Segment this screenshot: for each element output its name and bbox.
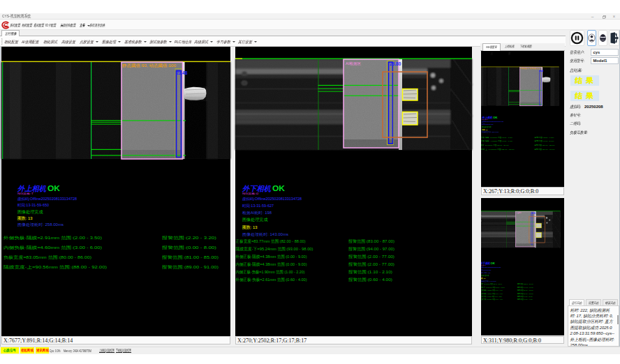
pause-button[interactable] xyxy=(570,30,584,46)
toolbar-grip xyxy=(1,38,3,45)
title-bar xyxy=(0,13,620,20)
mini-tab-upper-camera-view[interactable]: 上相机视图 xyxy=(502,43,517,51)
close-button[interactable]: × xyxy=(610,13,619,20)
toolbar-item-camera-debug[interactable]: 相机调试 xyxy=(43,38,59,46)
negative-tab-count-label: 负极耳数量: xyxy=(570,130,591,136)
app-logo-icon xyxy=(1,20,10,30)
mini-tab-lower-camera-view[interactable]: 下相机视图 xyxy=(518,43,534,51)
login-user-field[interactable]: cys xyxy=(591,49,619,56)
toolbar-item-test-item-params[interactable]: 测试项参数 xyxy=(149,38,172,46)
toolbar-item-ai-usage-config[interactable]: AI使用配置 xyxy=(22,38,40,46)
tab-run-image[interactable]: 运行图像 xyxy=(1,30,20,36)
virtual-code-label: 虚拟码: xyxy=(570,105,582,110)
needle-number-label: 卷针号: xyxy=(570,113,582,119)
model-field[interactable]: Model1 xyxy=(591,57,619,64)
dropdown-arrow-icon xyxy=(254,41,257,43)
toolbar-item-baseline-params[interactable]: 基准线参数 xyxy=(124,38,147,46)
log-scrollbar[interactable] xyxy=(617,315,619,324)
camera-status-badge: 相机断线 xyxy=(20,347,34,354)
lower-camera-result-link[interactable]: 下相机|点胶结果 xyxy=(116,348,141,354)
restore-icon xyxy=(603,15,606,19)
result-display-2: 结 果 xyxy=(570,91,599,101)
dropdown-arrow-icon xyxy=(210,41,213,43)
dropdown-arrow-icon xyxy=(232,41,235,43)
app-window xyxy=(0,13,620,354)
dropdown-arrow-icon xyxy=(169,41,172,43)
toolbar-item-advanced-settings[interactable]: 高级设置 xyxy=(61,38,77,46)
coord-bar-upper: X:7677;Y:891;R:14;G:14;B:14 xyxy=(1,336,230,345)
heartbeat-badge: 心跳信号 xyxy=(1,347,19,354)
toolbar-item-learning-params[interactable]: 学习参数 xyxy=(216,38,235,46)
virtual-code-value: 20250208 xyxy=(584,105,603,109)
comm-status-badge: 通讯断线 xyxy=(36,347,49,354)
mini-tab-ng-view[interactable]: NG视图显示 xyxy=(482,43,501,51)
model-label: 使用型号: xyxy=(570,59,586,64)
login-user-button[interactable] xyxy=(587,30,596,46)
qr-code-label: 二维码: xyxy=(570,121,582,127)
dropdown-arrow-icon xyxy=(96,41,98,43)
dropdown-arrow-icon xyxy=(118,41,121,43)
pause-icon xyxy=(570,31,584,45)
toolbar-item-camera-config[interactable]: 相机配置 xyxy=(4,38,20,46)
toolbar-item-other-settings[interactable]: 其它设置 xyxy=(238,38,257,46)
user-icon xyxy=(588,31,596,45)
coord-bar-mini-lower: X:311;Y:980;R:0;G:0;B:0 xyxy=(481,336,564,344)
restore-button[interactable] xyxy=(600,13,609,20)
user-secret-icon xyxy=(599,31,607,45)
app-screenshot: CYS-视觉检测系统 – × 系统配置 相机配置 通讯配置 IO卡配置 光源控制… xyxy=(0,0,620,364)
result-display-1: 结 果 xyxy=(570,75,599,86)
toolbar-item-image-processing[interactable]: 图像处理 xyxy=(102,38,121,46)
dropdown-arrow-icon xyxy=(144,41,147,43)
menu-item-language-switch[interactable]: 系统语言切换 xyxy=(89,22,111,29)
exit-button[interactable] xyxy=(609,30,619,46)
minimize-button[interactable]: – xyxy=(588,13,597,20)
total-result-label: 总结果: xyxy=(570,68,584,74)
login-user-label: 登录用户: xyxy=(570,50,586,56)
toolbar-item-advanced-debug[interactable]: 高级调试 xyxy=(194,38,213,46)
coord-bar-mini-upper: X:267;Y:13;R:0;G:0;B:0 xyxy=(481,187,564,195)
log-text-area[interactable]: 耗时: 222, 缺陷检测耗时: 17, 缺陷分类耗时: 0, 缺陷提取分区耗时… xyxy=(568,305,619,347)
admin-user-button[interactable] xyxy=(598,30,607,46)
coord-bar-lower: X:270;Y:2502;R:17;G:17;B:17 xyxy=(235,336,472,345)
toolbar-item-dispensing-settings[interactable]: 点胶设置 xyxy=(80,38,98,46)
exit-door-icon xyxy=(610,31,619,45)
tab-strip xyxy=(0,30,566,36)
toolbar-item-plc-address-table[interactable]: PLC地址库 xyxy=(175,38,193,46)
window-title: CYS-视觉检测系统 xyxy=(2,14,31,19)
